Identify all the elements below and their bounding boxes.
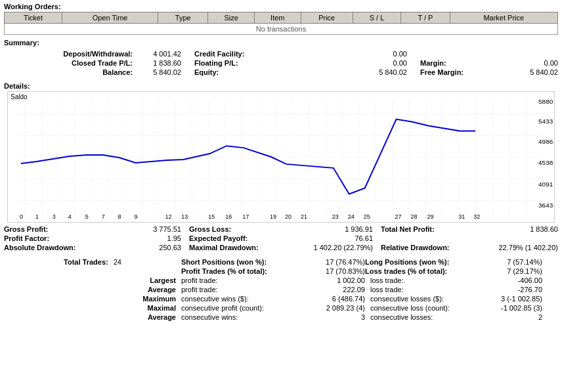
details-section: Details: Saldo 5880 5433 4986 4538 4091 … <box>0 79 562 326</box>
max-drawdown-value: 1 402.20 (22.79%) <box>313 244 373 251</box>
wo-col-s---l: S / L <box>353 12 400 24</box>
svg-text:29: 29 <box>427 213 433 220</box>
equity-label: Equity: <box>194 68 219 76</box>
gross-loss-value: 1 936.91 <box>345 225 373 233</box>
margin-label: Margin: <box>420 59 446 67</box>
floating-pnl-label: Floating P/L: <box>194 59 238 67</box>
largest-loss-label: loss trade: <box>370 276 404 284</box>
svg-text:4986: 4986 <box>538 138 553 145</box>
working-orders-table: TicketOpen TimeTypeSizeItemPriceS / LT /… <box>4 12 558 35</box>
svg-text:21: 21 <box>301 213 307 220</box>
trades-row-1: Total Trades: 24 Short Positions (won %)… <box>4 257 558 267</box>
profit-trades-label: Profit Trades (% of total): <box>181 267 267 275</box>
svg-text:3643: 3643 <box>538 202 553 209</box>
avg-loss-value: -276.70 <box>518 286 542 294</box>
detailed-row-1: Largest profit trade: 1 002.00 loss trad… <box>4 276 558 285</box>
largest-loss-value: -406.00 <box>518 276 542 284</box>
free-margin-value: 5 840.02 <box>530 68 558 76</box>
svg-text:13: 13 <box>181 213 188 220</box>
abs-drawdown-label: Absolute Drawdown: <box>4 244 76 251</box>
margin-value: 0.00 <box>544 59 558 67</box>
wo-col-t---p: T / P <box>401 12 450 24</box>
detailed-row-5: Average consecutive wins: 3 consecutive … <box>4 313 558 322</box>
svg-text:1: 1 <box>35 213 39 220</box>
svg-text:5: 5 <box>85 213 89 220</box>
avg-consec-losses-label: consecutive losses: <box>370 313 433 321</box>
closed-pnl-label: Closed Trade P/L: <box>4 59 135 67</box>
loss-trades-value: 7 (29.17%) <box>507 267 542 275</box>
details-title: Details: <box>4 82 558 90</box>
summary-title: Summary: <box>4 39 558 47</box>
deposit-label: Deposit/Withdrawal: <box>4 50 135 58</box>
no-transactions-text: No transactions <box>5 24 558 35</box>
svg-rect-0 <box>18 98 542 215</box>
trades-section: Total Trades: 24 Short Positions (won %)… <box>4 255 558 324</box>
maximal-label: Maximal <box>4 304 181 312</box>
max-drawdown-label: Maximal Drawdown: <box>189 244 259 251</box>
maximal-consec-profit-value: 2 089.23 (4) <box>326 304 365 312</box>
svg-text:0: 0 <box>20 213 23 220</box>
avg-consec-wins-label: consecutive wins: <box>181 313 238 321</box>
total-net-profit-value: 1 838.60 <box>530 225 558 233</box>
detailed-row-3: Maximum consecutive wins ($): 6 (486.74)… <box>4 294 558 303</box>
svg-text:8: 8 <box>118 213 121 220</box>
max-consec-losses-label: consecutive losses ($): <box>370 295 444 303</box>
avg-profit-label: profit trade: <box>181 286 218 294</box>
svg-text:25: 25 <box>364 213 370 220</box>
balance-value: 5 840.02 <box>135 68 181 76</box>
svg-text:20: 20 <box>285 213 292 220</box>
gross-loss-label: Gross Loss: <box>189 225 231 233</box>
svg-text:32: 32 <box>473 213 480 220</box>
stats-row-1: Gross Profit: 3 775.51 Gross Loss: 1 936… <box>4 225 558 234</box>
svg-text:12: 12 <box>165 213 171 220</box>
trades-row-2: Profit Trades (% of total): 17 (70.83%) … <box>4 267 558 276</box>
maximal-consec-loss-label: consecutive loss (count): <box>370 304 450 312</box>
avg-profit-value: 222.09 <box>343 286 365 294</box>
equity-value: 5 840.02 <box>379 68 407 76</box>
svg-text:5880: 5880 <box>538 98 553 105</box>
wo-col-size: Size <box>208 12 255 24</box>
wo-col-price: Price <box>301 12 353 24</box>
rel-drawdown-value: 22.79% (1 402.20) <box>498 244 558 251</box>
short-pos-value: 17 (76.47%) <box>326 258 365 266</box>
svg-text:4: 4 <box>68 213 72 220</box>
svg-text:16: 16 <box>225 213 232 220</box>
total-trades-label: Total Trades: <box>64 258 108 266</box>
wo-col-item: Item <box>254 12 301 24</box>
wo-col-market-price: Market Price <box>450 12 557 24</box>
max-consec-losses-value: 3 (-1 002.85) <box>501 295 542 303</box>
svg-text:24: 24 <box>348 213 355 220</box>
svg-text:3: 3 <box>53 213 56 220</box>
floating-pnl-value: 0.00 <box>393 59 407 67</box>
svg-text:9: 9 <box>135 213 138 220</box>
largest-profit-value: 1 002.00 <box>337 276 365 284</box>
average-label-1: Average <box>4 286 181 294</box>
svg-text:4091: 4091 <box>538 181 553 188</box>
svg-text:4538: 4538 <box>538 159 553 166</box>
deposit-value: 4 001.42 <box>135 50 181 58</box>
chart-container: Saldo 5880 5433 4986 4538 4091 3643 0 1 … <box>7 91 555 223</box>
average-label-2: Average <box>4 313 181 321</box>
wo-col-type: Type <box>158 12 208 24</box>
expected-payoff-value: 76.61 <box>355 234 373 242</box>
gross-profit-value: 3 775.51 <box>153 225 181 233</box>
expected-payoff-label: Expected Payoff: <box>189 234 248 242</box>
stats-row-2: Profit Factor: 1.95 Expected Payoff: 76.… <box>4 234 558 243</box>
max-consec-wins-value: 6 (486.74) <box>332 295 365 303</box>
detailed-row-2: Average profit trade: 222.09 loss trade:… <box>4 285 558 294</box>
working-orders-title: Working Orders: <box>4 3 558 11</box>
maximal-consec-loss-value: -1 002.85 (3) <box>501 304 542 312</box>
loss-trades-label: Loss trades (% of total): <box>365 267 447 275</box>
maximum-label: Maximum <box>4 295 181 303</box>
long-pos-value: 7 (57.14%) <box>507 258 542 266</box>
wo-col-ticket: Ticket <box>5 12 62 24</box>
svg-text:15: 15 <box>208 213 215 220</box>
svg-text:5433: 5433 <box>538 118 553 125</box>
abs-drawdown-value: 250.63 <box>159 244 181 251</box>
stats-row-3: Absolute Drawdown: 250.63 Maximal Drawdo… <box>4 243 558 252</box>
maximal-consec-profit-label: consecutive profit (count): <box>181 304 264 312</box>
summary-section: Summary: Deposit/Withdrawal: 4 001.42 Cr… <box>0 35 562 79</box>
balance-label: Balance: <box>4 68 135 76</box>
chart-svg: 5880 5433 4986 4538 4091 3643 0 1 3 4 5 … <box>8 92 554 222</box>
gross-profit-label: Gross Profit: <box>4 225 48 233</box>
